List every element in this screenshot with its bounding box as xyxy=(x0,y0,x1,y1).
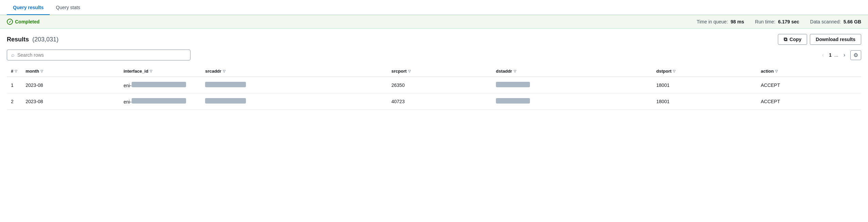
sort-icon-row-num[interactable]: ▽ xyxy=(15,69,17,73)
pagination-next-button[interactable]: › xyxy=(841,50,848,60)
tab-query-stats[interactable]: Query stats xyxy=(50,0,86,15)
cell-srcaddr xyxy=(201,77,387,93)
col-header-action: action ▽ xyxy=(757,66,861,77)
page-dots: ... xyxy=(834,52,838,58)
redacted-srcaddr xyxy=(205,82,246,87)
results-actions: ⧉ Copy Download results xyxy=(778,34,861,45)
cell-month: 2023-08 xyxy=(21,77,119,93)
col-header-dstport: dstport ▽ xyxy=(652,66,757,77)
results-header: Results (203,031) ⧉ Copy Download result… xyxy=(7,34,861,45)
sort-icon-action[interactable]: ▽ xyxy=(775,69,778,73)
redacted-interface-id xyxy=(132,98,186,104)
cell-srcaddr xyxy=(201,93,387,110)
col-header-month: month ▽ xyxy=(21,66,119,77)
sort-icon-interface-id[interactable]: ▽ xyxy=(150,69,152,73)
pagination: ‹ 1 ... › ⚙ xyxy=(820,50,861,60)
cell-srcport: 40723 xyxy=(387,93,492,110)
pagination-settings-button[interactable]: ⚙ xyxy=(850,50,861,60)
results-table: # ▽ month ▽ interface_id ▽ xyxy=(7,66,861,110)
cell-month: 2023-08 xyxy=(21,93,119,110)
search-box-container: ⌕ xyxy=(7,50,190,60)
cell-interface-id: eni- xyxy=(119,77,201,93)
sort-icon-month[interactable]: ▽ xyxy=(40,69,43,73)
run-time: Run time: 6.179 sec xyxy=(755,19,799,24)
col-header-interface-id: interface_id ▽ xyxy=(119,66,201,77)
sort-icon-srcaddr[interactable]: ▽ xyxy=(223,69,226,73)
download-results-button[interactable]: Download results xyxy=(810,34,861,45)
redacted-dstaddr xyxy=(496,98,530,104)
cell-srcport: 26350 xyxy=(387,77,492,93)
cell-dstaddr xyxy=(492,93,652,110)
page-number: 1 xyxy=(829,52,832,58)
table-row: 1 2023-08 eni- 26350 18001 ACCEPT xyxy=(7,77,861,93)
cell-dstport: 18001 xyxy=(652,93,757,110)
status-stats: Time in queue: 98 ms Run time: 6.179 sec… xyxy=(697,19,861,24)
col-header-dstaddr: dstaddr ▽ xyxy=(492,66,652,77)
cell-action: ACCEPT xyxy=(757,77,861,93)
sort-icon-dstaddr[interactable]: ▽ xyxy=(514,69,516,73)
copy-button[interactable]: ⧉ Copy xyxy=(778,34,807,45)
redacted-srcaddr xyxy=(205,98,246,104)
col-header-row-num: # ▽ xyxy=(7,66,21,77)
results-title: Results (203,031) xyxy=(7,36,59,43)
check-circle-icon xyxy=(7,19,13,25)
tab-query-results[interactable]: Query results xyxy=(7,0,50,15)
cell-row-num: 2 xyxy=(7,93,21,110)
search-row: ⌕ ‹ 1 ... › ⚙ xyxy=(7,50,861,60)
cell-row-num: 1 xyxy=(7,77,21,93)
sort-icon-dstport[interactable]: ▽ xyxy=(673,69,675,73)
table-header-row: # ▽ month ▽ interface_id ▽ xyxy=(7,66,861,77)
status-bar: Completed Time in queue: 98 ms Run time:… xyxy=(0,15,868,29)
col-header-srcaddr: srcaddr ▽ xyxy=(201,66,387,77)
cell-dstport: 18001 xyxy=(652,77,757,93)
sort-icon-srcport[interactable]: ▽ xyxy=(408,69,411,73)
cell-action: ACCEPT xyxy=(757,93,861,110)
copy-icon: ⧉ xyxy=(784,36,787,42)
results-section: Results (203,031) ⧉ Copy Download result… xyxy=(0,29,868,115)
redacted-interface-id xyxy=(132,82,186,87)
data-scanned: Data scanned: 5.66 GB xyxy=(810,19,861,24)
search-icon: ⌕ xyxy=(11,52,15,58)
table-row: 2 2023-08 eni- 40723 18001 ACCEPT xyxy=(7,93,861,110)
pagination-prev-button[interactable]: ‹ xyxy=(820,50,826,60)
time-in-queue: Time in queue: 98 ms xyxy=(697,19,744,24)
col-header-srcport: srcport ▽ xyxy=(387,66,492,77)
cell-interface-id: eni- xyxy=(119,93,201,110)
search-input[interactable] xyxy=(17,52,186,58)
status-label: Completed xyxy=(15,19,39,24)
cell-dstaddr xyxy=(492,77,652,93)
results-count: (203,031) xyxy=(32,36,59,43)
redacted-dstaddr xyxy=(496,82,530,87)
status-completed: Completed xyxy=(7,19,39,25)
tabs-container: Query results Query stats xyxy=(0,0,868,15)
